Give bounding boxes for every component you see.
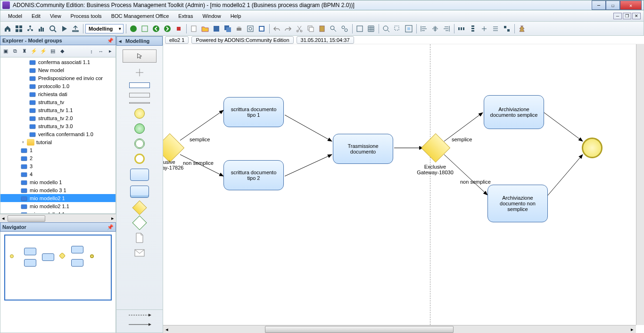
bpmn-gateway-1[interactable]: [163, 133, 184, 162]
tool-simulation-icon[interactable]: [59, 24, 69, 34]
close-button[interactable]: ✕: [620, 0, 642, 10]
explorer-tool-5-icon[interactable]: ⚡: [39, 47, 48, 56]
palette-start-event-tool[interactable]: [134, 108, 145, 119]
explorer-tool-6-icon[interactable]: ▤: [49, 47, 57, 56]
canvas-tab[interactable]: ello2 1: [165, 36, 189, 44]
palette-pointer-tool[interactable]: [123, 49, 157, 63]
bpmn-task-arch-semplice[interactable]: Archiviazione documento semplice: [484, 95, 544, 129]
tool-diagram-icon[interactable]: [256, 24, 267, 34]
menu-extras[interactable]: Extras: [173, 12, 198, 20]
menu-edit[interactable]: Edit: [27, 12, 45, 20]
tree-item[interactable]: struttura_tv 2.0: [0, 114, 116, 122]
palette-gateway2-tool[interactable]: [132, 215, 147, 230]
tool-home2-icon[interactable]: [128, 24, 139, 34]
navigator-panel[interactable]: [0, 232, 116, 333]
palette-crosshair-tool[interactable]: [130, 67, 149, 78]
palette-task-tool[interactable]: [130, 169, 149, 181]
bpmn-task-scrittura1[interactable]: scrittura documento tipo 1: [223, 97, 284, 127]
palette-pool-tool[interactable]: [129, 93, 150, 97]
tree-item[interactable]: verifica confermandi 1.0: [0, 130, 116, 138]
tree-item[interactable]: New model: [0, 66, 116, 74]
tool-timer-icon[interactable]: [517, 24, 527, 34]
tool-paste-icon[interactable]: [317, 24, 327, 34]
bpmn-task-scrittura2[interactable]: scrittura documento tipo 2: [223, 160, 284, 190]
palette-end-event-tool[interactable]: [134, 154, 145, 164]
tree-item[interactable]: 3: [0, 162, 116, 170]
mdi-close-button[interactable]: ✕: [632, 13, 641, 19]
tree-item[interactable]: mio modello4 1: [0, 210, 116, 214]
tree-item[interactable]: Predisposizione ed invio cor: [0, 74, 116, 82]
tree-item[interactable]: mio modello 3 1: [0, 186, 116, 194]
palette-subprocess-tool[interactable]: [130, 186, 149, 198]
tree-item[interactable]: mio modello 1: [0, 178, 116, 186]
explorer-tool-1-icon[interactable]: ▣: [1, 47, 10, 56]
tool-export-icon[interactable]: [70, 24, 81, 34]
explorer-tool-9-icon[interactable]: ↔: [97, 47, 105, 56]
mode-selector[interactable]: Modelling: [85, 24, 124, 33]
canvas-hscroll[interactable]: ◂ ▸: [163, 325, 636, 333]
palette-intermediate-event-tool[interactable]: [134, 123, 145, 134]
canvas[interactable]: clusive vay-17826 semplice non semplice …: [163, 44, 644, 333]
navigator-viewport[interactable]: [4, 235, 112, 301]
tree-item[interactable]: mio modello2 1: [0, 194, 116, 202]
tool-findreplace-icon[interactable]: [339, 24, 350, 34]
explorer-pin-icon[interactable]: 📌: [107, 38, 114, 44]
tool-grid-icon[interactable]: [14, 24, 24, 34]
bpmn-task-trasmissione[interactable]: Trasmissione documento: [333, 134, 393, 164]
menu-help[interactable]: Help: [226, 12, 246, 20]
tool-arrange2-icon[interactable]: [490, 24, 501, 34]
tree-item[interactable]: mio modello2 1.1: [0, 202, 116, 210]
explorer-hscroll[interactable]: ◂ ▸: [0, 214, 116, 222]
tool-arrange3-icon[interactable]: [502, 24, 512, 34]
explorer-tool-4-icon[interactable]: ⚡: [30, 47, 38, 56]
tool-forward-icon[interactable]: [162, 24, 173, 34]
tool-tree-icon[interactable]: [25, 24, 35, 34]
bpmn-task-arch-nonsemplice[interactable]: Archiviazione documento non semplice: [487, 185, 548, 222]
menu-boc-management[interactable]: BOC Management Office: [107, 12, 174, 20]
explorer-tree[interactable]: conferma associati 1.1New modelPredispos…: [0, 57, 116, 214]
menu-model[interactable]: Model: [3, 12, 27, 20]
palette-intermediate-event2-tool[interactable]: [134, 138, 145, 149]
palette-data-object-tool[interactable]: [130, 233, 149, 243]
minimize-button[interactable]: ─: [592, 0, 606, 10]
tool-analyze-icon[interactable]: [48, 24, 58, 34]
tool-home-icon[interactable]: [2, 24, 13, 34]
explorer-tool-more-icon[interactable]: ▸: [106, 47, 115, 56]
tool-redo-icon[interactable]: [283, 24, 293, 34]
tool-print-icon[interactable]: [234, 24, 244, 34]
explorer-tool-3-icon[interactable]: ♜: [20, 47, 29, 56]
tool-new-icon[interactable]: [189, 24, 199, 34]
menu-process-tools[interactable]: Process tools: [66, 12, 107, 20]
tool-saveall-icon[interactable]: [223, 24, 233, 34]
tree-item[interactable]: +tutorial: [0, 138, 116, 146]
tree-item[interactable]: struttura_tv: [0, 98, 116, 106]
menu-view[interactable]: View: [45, 12, 66, 20]
tool-stop-icon[interactable]: [173, 24, 184, 34]
tree-item[interactable]: 4: [0, 170, 116, 178]
maximize-button[interactable]: ☐: [606, 0, 620, 10]
canvas-vscroll[interactable]: [636, 44, 644, 325]
tool-zoomfit-icon[interactable]: [404, 24, 414, 34]
palette-message-tool[interactable]: [130, 248, 149, 258]
tool-grid2-icon[interactable]: [366, 24, 376, 34]
explorer-tool-2-icon[interactable]: ⧉: [11, 47, 19, 56]
mdi-minimize-button[interactable]: ─: [613, 13, 622, 19]
palette-dotted-arrow-tool[interactable]: [128, 313, 151, 318]
tree-item[interactable]: 2: [0, 154, 116, 162]
tool-cut-icon[interactable]: [294, 24, 305, 34]
tree-item[interactable]: conferma associati 1.1: [0, 58, 116, 66]
tool-copy-icon[interactable]: [305, 24, 316, 34]
tool-save-icon[interactable]: [211, 24, 222, 34]
palette-separator-tool[interactable]: [129, 102, 150, 104]
tool-distribute-h-icon[interactable]: [456, 24, 467, 34]
tool-arrange1-icon[interactable]: [479, 24, 489, 34]
navigator-pin-icon[interactable]: 📌: [107, 224, 114, 230]
tool-zoom-icon[interactable]: [381, 24, 391, 34]
explorer-tool-8-icon[interactable]: ↕: [87, 47, 96, 56]
palette-lane-tool[interactable]: [129, 82, 150, 88]
tool-find-icon[interactable]: [328, 24, 339, 34]
tree-item[interactable]: struttura_tv 3.0: [0, 122, 116, 130]
tool-chart-icon[interactable]: [36, 24, 47, 34]
menu-window[interactable]: Window: [198, 12, 226, 20]
tool-align-left-icon[interactable]: [419, 24, 429, 34]
